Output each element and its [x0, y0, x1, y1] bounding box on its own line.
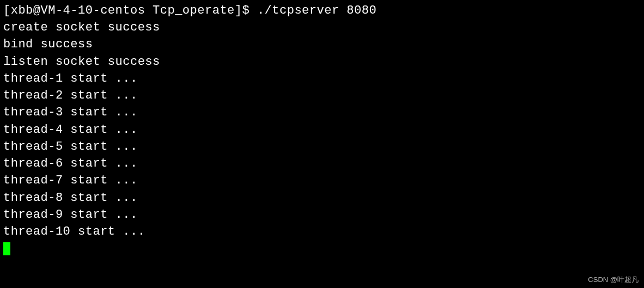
output-line: thread-7 start ... — [3, 172, 641, 189]
output-line: create socket success — [3, 19, 641, 36]
prompt-user: xbb — [11, 4, 33, 17]
prompt-open-bracket: [ — [3, 4, 11, 17]
prompt-close-bracket: ] — [235, 4, 242, 17]
output-line: thread-8 start ... — [3, 189, 641, 206]
output-line: thread-3 start ... — [3, 104, 641, 121]
prompt-line: [xbb@VM-4-10-centos Tcp_operate]$ ./tcps… — [3, 2, 641, 19]
output-line: thread-6 start ... — [3, 155, 641, 172]
output-line: listen socket success — [3, 53, 641, 70]
prompt-host: VM-4-10-centos — [41, 4, 145, 17]
output-line: thread-4 start ... — [3, 121, 641, 138]
terminal-cursor[interactable] — [3, 240, 641, 255]
output-line: thread-9 start ... — [3, 206, 641, 223]
output-line: thread-2 start ... — [3, 87, 641, 104]
output-line: thread-5 start ... — [3, 138, 641, 155]
prompt-cwd: Tcp_operate — [153, 4, 235, 17]
output-line: thread-1 start ... — [3, 70, 641, 87]
output-line: bind success — [3, 36, 641, 53]
prompt-symbol: $ — [242, 4, 250, 17]
prompt-space2 — [250, 4, 257, 17]
prompt-command[interactable]: ./tcpserver 8080 — [257, 4, 376, 17]
prompt-at: @ — [33, 4, 41, 17]
watermark-text: CSDN @叶超凡 — [588, 275, 639, 285]
prompt-space — [145, 4, 153, 17]
output-line: thread-10 start ... — [3, 223, 641, 240]
